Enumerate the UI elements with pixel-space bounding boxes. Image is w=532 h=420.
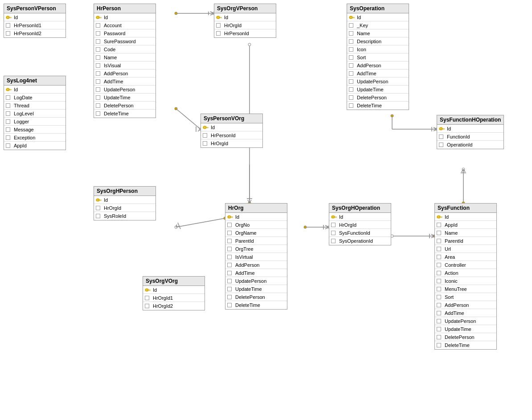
col-square-icon <box>6 103 10 108</box>
table-row: HrPersonId <box>214 29 276 37</box>
field-name: OrgTree <box>235 246 254 252</box>
table-header-sysoperation: SysOperation <box>347 4 409 13</box>
svg-line-42 <box>431 236 434 238</box>
col-square-icon <box>439 143 443 147</box>
col-square-icon <box>437 239 441 243</box>
table-row: OrgTree <box>225 245 287 253</box>
svg-point-56 <box>7 89 8 90</box>
field-name: Id <box>104 15 108 20</box>
col-square-icon <box>437 287 441 291</box>
field-name: OperationId <box>447 142 472 147</box>
table-row: ParentId <box>225 237 287 245</box>
svg-line-24 <box>178 223 180 229</box>
field-name: Url <box>445 246 451 252</box>
col-square-icon <box>437 255 441 259</box>
field-name: Description <box>357 39 381 44</box>
svg-rect-67 <box>220 17 222 17</box>
field-name: Controller <box>445 262 466 268</box>
col-square-icon <box>349 23 353 28</box>
table-syspersonvperson: SysPersonVPerson IdHrPersonId1HrPersonId… <box>4 4 66 38</box>
col-square-icon <box>437 271 441 275</box>
field-name: AddPerson <box>104 71 128 76</box>
col-square-icon <box>227 303 232 307</box>
table-row: DeletePerson <box>94 102 156 110</box>
pk-icon <box>96 197 102 203</box>
field-name: DeletePerson <box>235 294 265 300</box>
table-row: UpdateTime <box>94 94 156 102</box>
table-row: FunctionId <box>437 133 503 141</box>
table-sysorghoperation: SysOrgHOperation IdHrOrgIdSysFunctionIdS… <box>329 203 391 245</box>
col-square-icon <box>96 23 100 28</box>
db-diagram: SysPersonVPerson IdHrPersonId1HrPersonId… <box>0 0 532 420</box>
col-square-icon <box>331 239 336 243</box>
table-header-syspersonvorg: SysPersonVOrg <box>201 114 262 123</box>
table-header-sysfunctionhoperation: SysFunctionHOperation <box>437 115 503 125</box>
table-row: Name <box>94 53 156 61</box>
svg-rect-84 <box>207 127 207 128</box>
table-row: HrOrgId <box>94 204 156 212</box>
svg-rect-53 <box>11 17 11 18</box>
col-square-icon <box>96 111 100 116</box>
table-row: UpdateTime <box>225 285 287 293</box>
field-name: SysFunctionId <box>339 230 370 236</box>
col-square-icon <box>96 55 100 60</box>
col-square-icon <box>349 31 353 36</box>
pk-icon <box>145 287 151 293</box>
table-syspersonvorg: SysPersonVOrg IdHrPersonIdHrOrgId <box>201 114 263 148</box>
field-name: IsVirtual <box>235 254 253 260</box>
table-row: HrPersonId1 <box>4 21 65 29</box>
svg-rect-87 <box>99 200 102 200</box>
col-square-icon <box>349 87 353 92</box>
table-row: Code <box>94 45 156 53</box>
table-row: Name <box>435 229 496 237</box>
svg-rect-77 <box>442 128 445 129</box>
svg-rect-83 <box>208 127 208 128</box>
table-row: OperationId <box>437 141 503 149</box>
svg-point-81 <box>204 126 205 127</box>
field-name: DeletePerson <box>104 103 134 108</box>
col-square-icon <box>331 231 336 235</box>
table-row: Id <box>347 13 409 21</box>
col-square-icon <box>96 206 100 210</box>
col-square-icon <box>227 223 232 227</box>
table-row: UpdateTime <box>347 86 409 94</box>
svg-line-3 <box>210 12 214 13</box>
field-name: SysRoleId <box>104 213 126 219</box>
table-row: Id <box>435 213 496 221</box>
col-square-icon <box>437 223 441 227</box>
field-name: ParentId <box>235 238 254 244</box>
svg-line-35 <box>434 127 437 129</box>
field-name: UpdateTime <box>235 286 262 292</box>
svg-line-15 <box>248 200 250 203</box>
table-header-syslog4net: SysLog4net <box>4 76 65 86</box>
field-name: UpdateTime <box>104 95 131 100</box>
field-name: Id <box>14 87 18 92</box>
field-name: HrOrgId1 <box>153 295 173 301</box>
field-name: DeleteTime <box>357 103 382 108</box>
pk-icon <box>349 15 355 20</box>
col-square-icon <box>203 141 207 146</box>
col-square-icon <box>145 296 149 300</box>
field-name: Code <box>104 47 115 52</box>
table-row: UpdatePerson <box>94 86 156 94</box>
field-name: HrOrgId <box>224 23 241 28</box>
table-row: HrOrgId <box>214 21 276 29</box>
table-row: IsVisual <box>94 61 156 69</box>
col-square-icon <box>6 23 10 28</box>
col-square-icon <box>216 31 221 36</box>
col-square-icon <box>437 343 441 347</box>
svg-line-16 <box>250 200 251 203</box>
table-row: AddPerson <box>347 61 409 69</box>
field-name: AddTime <box>445 310 464 316</box>
col-square-icon <box>96 95 100 100</box>
col-square-icon <box>349 103 353 108</box>
pk-icon <box>96 15 102 20</box>
field-name: ParentId <box>445 238 463 244</box>
col-square-icon <box>96 47 100 52</box>
svg-rect-99 <box>335 217 336 217</box>
col-square-icon <box>437 295 441 299</box>
field-name: AddTime <box>104 79 123 84</box>
field-name: Account <box>104 23 122 28</box>
table-row: Password <box>94 29 156 37</box>
svg-point-91 <box>229 216 230 217</box>
